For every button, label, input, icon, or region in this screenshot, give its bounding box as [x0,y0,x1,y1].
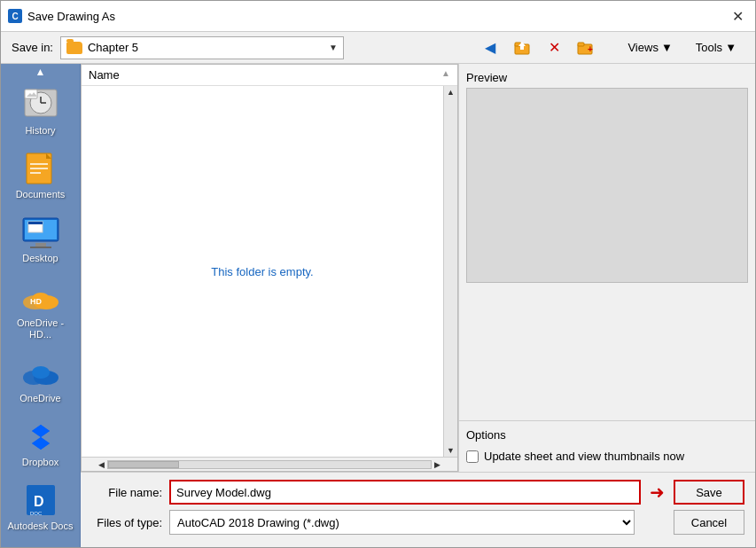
file-list-main: This folder is empty. [82,86,443,457]
documents-icon [19,151,62,186]
up-folder-button[interactable] [510,36,534,59]
update-thumbnails-label: Update sheet and view thumbnails now [484,449,684,465]
files-of-type-label: Files of type: [91,516,162,529]
options-section: Options Update sheet and view thumbnails… [459,421,755,472]
folder-icon [66,42,82,54]
scrollbar-up-arrow[interactable]: ▲ [444,86,457,98]
onedrive-icon [19,355,62,390]
sidebar-item-onedrive[interactable]: OneDrive [1,348,80,411]
file-list-scrollbar[interactable]: ▲ ▼ [443,86,457,457]
tools-arrow-icon: ▼ [725,41,737,54]
svg-rect-4 [578,43,584,46]
save-in-value: Chapter 5 [88,41,323,54]
file-list-header: Name ▲ [82,65,457,86]
dialog-title: Save Drawing As [27,10,115,23]
title-bar-left: C Save Drawing As [8,9,115,23]
app-icon: C [8,9,22,23]
new-folder-icon: + [577,41,595,55]
views-label: Views [627,41,658,54]
save-in-dropdown[interactable]: Chapter 5 ▼ [60,36,344,59]
desktop-icon [19,215,62,250]
history-icon [19,87,62,122]
options-label: Options [466,428,748,442]
svg-text:D: D [34,494,44,509]
svg-text:+: + [588,44,593,54]
file-list-content: This folder is empty. ▲ ▼ [82,86,457,457]
toolbar-row: Save in: Chapter 5 ▼ ◀ ✕ + Views ▼ [1,32,755,64]
sidebar-documents-label: Documents [16,189,66,200]
sidebar-onedrive-label: OneDrive [19,393,60,404]
sidebar-desktop-label: Desktop [22,253,58,264]
dropbox-icon [19,419,62,454]
preview-box [466,88,748,283]
sidebar-item-autodesk-docs[interactable]: D DOC Autodesk Docs [1,475,80,539]
cancel-button[interactable]: Cancel [674,510,744,535]
back-button[interactable]: ◀ [478,36,503,59]
tools-label: Tools [696,41,722,54]
sidebar: ▲ History [1,64,81,547]
new-folder-button[interactable]: + [573,36,598,59]
save-button[interactable]: Save [674,480,744,505]
empty-folder-message: This folder is empty. [211,265,313,278]
views-button[interactable]: Views ▼ [620,36,680,59]
option-row: Update sheet and view thumbnails now [466,449,748,465]
right-panel: Preview Options Update sheet and view th… [458,64,755,472]
main-content: ▲ History [1,64,755,547]
sidebar-item-desktop[interactable]: Desktop [1,207,80,271]
tools-button[interactable]: Tools ▼ [688,36,744,59]
delete-button[interactable]: ✕ [542,36,566,59]
save-in-label: Save in: [12,41,53,54]
cancel-label: Cancel [691,516,727,529]
h-scrollbar-thumb[interactable] [108,461,179,468]
name-column-header: Name [89,68,120,82]
preview-label: Preview [466,71,748,84]
title-bar: C Save Drawing As ✕ [1,1,755,32]
files-of-type-select[interactable]: AutoCAD 2018 Drawing (*.dwg) [169,510,635,535]
sidebar-dropbox-label: Dropbox [22,457,59,468]
sidebar-onedrive-hd-label: OneDrive - HD... [4,317,76,341]
h-scroll-right-arrow[interactable]: ▶ [432,460,443,469]
close-button[interactable]: ✕ [727,5,748,27]
svg-text:HD: HD [30,297,42,306]
save-drawing-dialog: C Save Drawing As ✕ Save in: Chapter 5 ▼… [0,0,756,548]
save-label: Save [696,486,722,499]
file-name-label: File name: [91,486,162,499]
sidebar-item-dropbox[interactable]: Dropbox [1,411,80,475]
scrollbar-down-arrow[interactable]: ▼ [444,444,457,457]
scrollbar-track [444,98,457,444]
sidebar-scroll-up[interactable]: ▲ [1,64,80,80]
filetype-row: Files of type: AutoCAD 2018 Drawing (*.d… [91,510,744,535]
sidebar-item-history[interactable]: History [1,80,80,144]
up-folder-icon [514,41,530,55]
update-thumbnails-checkbox[interactable] [466,450,479,463]
file-browser: Name ▲ This folder is empty. ▲ ▼ [81,64,458,472]
svg-marker-32 [32,437,50,450]
file-name-input[interactable] [169,480,641,505]
sidebar-item-onedrive-hd[interactable]: HD OneDrive - HD... [1,272,80,348]
svg-text:DOC: DOC [30,511,43,516]
sidebar-item-documents[interactable]: Documents [1,144,80,207]
arrow-indicator: ➜ [650,481,665,503]
horizontal-scrollbar[interactable]: ◀ ▶ [82,457,457,471]
h-scroll-left-arrow[interactable]: ◀ [96,460,107,469]
svg-rect-21 [35,243,46,247]
svg-rect-22 [30,247,51,248]
dropdown-arrow-icon: ▼ [329,43,338,52]
svg-point-29 [32,366,50,379]
filename-row: File name: ➜ Save [91,480,744,505]
preview-section: Preview [459,64,755,421]
onedrive-hd-icon: HD [19,279,62,315]
h-scrollbar-track [107,460,432,469]
views-arrow-icon: ▼ [661,41,673,54]
autodesk-docs-icon: D DOC [19,482,62,518]
svg-rect-20 [28,222,43,224]
svg-marker-31 [32,425,50,437]
bottom-bar: File name: ➜ Save Files of type: AutoCAD… [81,472,755,547]
sidebar-history-label: History [25,125,55,137]
sidebar-autodesk-label: Autodesk Docs [8,521,74,532]
